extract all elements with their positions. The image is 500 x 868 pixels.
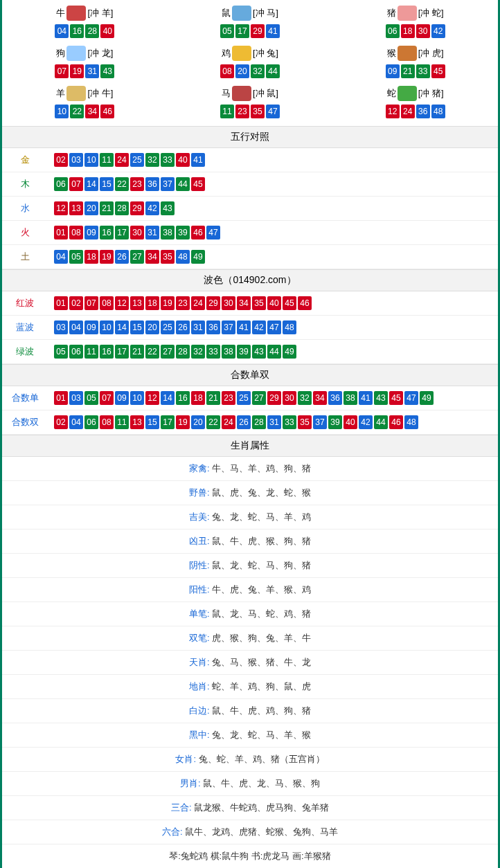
zodiac-name: 马 xyxy=(222,87,231,100)
bottom-line: 琴:兔蛇鸡 棋:鼠牛狗 书:虎龙马 画:羊猴猪 xyxy=(2,844,498,868)
zodiac-clash: [冲 马] xyxy=(253,7,278,19)
zodiac-clash: [冲 龙] xyxy=(87,47,113,60)
zodiac-cell: 鸡[冲 兔]08203244 xyxy=(168,43,333,83)
zodiac-name: 牛 xyxy=(56,7,65,19)
attr-label: 女肖: xyxy=(175,754,198,764)
table-row: 合数双0204060811131517192022242628313335373… xyxy=(2,410,498,435)
number-ball: 46 xyxy=(191,226,205,239)
number-ball: 03 xyxy=(69,153,83,167)
number-ball: 31 xyxy=(85,64,99,78)
zodiac-icon xyxy=(66,6,86,21)
table-row: 火0108091617303138394647 xyxy=(2,221,498,245)
row-numbers: 04051819262734354849 xyxy=(48,245,498,269)
attr-label: 双笔: xyxy=(189,633,212,643)
number-ball: 31 xyxy=(191,320,205,334)
attr-value: 牛、虎、兔、羊、猴、鸡 xyxy=(212,584,311,595)
number-ball: 09 xyxy=(84,320,98,334)
number-ball: 04 xyxy=(69,415,83,429)
table-row: 木06071415222336374445 xyxy=(2,172,498,197)
number-ball: 05 xyxy=(220,24,234,38)
number-ball: 37 xyxy=(313,415,327,429)
row-label: 木 xyxy=(2,172,48,197)
number-ball: 36 xyxy=(145,177,159,191)
number-ball: 26 xyxy=(176,320,190,334)
row-label: 绿波 xyxy=(2,340,48,364)
number-ball: 01 xyxy=(54,226,68,239)
number-ball: 43 xyxy=(161,201,175,215)
number-ball: 06 xyxy=(54,177,68,191)
row-label: 蓝波 xyxy=(2,316,48,340)
number-ball: 06 xyxy=(386,24,400,38)
number-ball: 07 xyxy=(100,391,114,405)
attr-value: 鼠、牛、虎、龙、马、猴、狗 xyxy=(203,778,320,788)
attr-row: 女肖: 兔、蛇、羊、鸡、猪（五宫肖） xyxy=(2,748,498,772)
number-ball: 13 xyxy=(69,201,83,215)
zodiac-icon xyxy=(398,46,417,61)
zodiac-cell: 狗[冲 龙]07193143 xyxy=(2,43,168,83)
attr-label: 家禽: xyxy=(189,463,212,473)
row-label: 合数双 xyxy=(2,410,48,435)
row-label: 红波 xyxy=(2,291,48,316)
number-ball: 20 xyxy=(145,320,159,334)
number-ball: 01 xyxy=(54,391,68,405)
number-ball: 15 xyxy=(100,177,114,191)
zodiac-numbers: 06183042 xyxy=(332,24,498,39)
zodiac-cell: 羊[冲 牛]10223446 xyxy=(2,83,168,123)
number-ball: 32 xyxy=(298,391,312,405)
attr-label: 男肖: xyxy=(180,778,203,788)
number-ball: 21 xyxy=(206,391,220,405)
number-ball: 35 xyxy=(251,105,265,118)
zodiac-clash: [冲 猪] xyxy=(418,87,444,100)
zodiac-cell: 鼠[冲 马]05172941 xyxy=(168,3,333,43)
bose-header: 波色（014902.com） xyxy=(2,269,498,291)
number-ball: 12 xyxy=(145,391,159,405)
number-ball: 17 xyxy=(115,226,129,239)
zodiac-clash: [冲 羊] xyxy=(87,7,113,19)
zodiac-clash: [冲 兔] xyxy=(253,47,278,60)
row-numbers: 05061116172122272832333839434449 xyxy=(48,340,498,364)
row-label: 火 xyxy=(2,221,48,245)
attr-value: 鼠龙猴、牛蛇鸡、虎马狗、兔羊猪 xyxy=(194,802,329,813)
zodiac-icon xyxy=(398,86,417,101)
number-ball: 14 xyxy=(115,320,129,334)
number-ball: 24 xyxy=(191,296,205,310)
number-ball: 35 xyxy=(298,415,312,429)
number-ball: 43 xyxy=(374,391,388,405)
number-ball: 18 xyxy=(401,24,415,38)
number-ball: 19 xyxy=(100,250,114,264)
number-ball: 11 xyxy=(115,415,129,429)
number-ball: 17 xyxy=(235,24,249,38)
attr-label: 三合: xyxy=(171,802,194,813)
wuxing-table: 金02031011242532334041木060714152223363744… xyxy=(2,148,498,269)
number-ball: 21 xyxy=(100,201,114,215)
number-ball: 28 xyxy=(85,24,99,38)
heshu-table: 合数单0103050709101214161821232527293032343… xyxy=(2,386,498,435)
number-ball: 42 xyxy=(359,415,373,429)
zodiac-numbers: 05172941 xyxy=(168,24,333,39)
number-ball: 30 xyxy=(416,24,430,38)
zodiac-name: 羊 xyxy=(56,87,65,100)
number-ball: 33 xyxy=(416,64,430,78)
number-ball: 34 xyxy=(237,296,251,310)
number-ball: 42 xyxy=(431,24,445,38)
number-ball: 19 xyxy=(176,415,190,429)
number-ball: 04 xyxy=(69,320,83,334)
attr-label: 阳性: xyxy=(189,584,212,595)
number-ball: 41 xyxy=(191,153,205,167)
number-ball: 28 xyxy=(176,345,190,359)
number-ball: 44 xyxy=(374,415,388,429)
number-ball: 02 xyxy=(69,296,83,310)
number-ball: 07 xyxy=(55,64,69,78)
number-ball: 41 xyxy=(237,320,251,334)
number-ball: 14 xyxy=(161,391,175,405)
number-ball: 29 xyxy=(130,201,144,215)
number-ball: 35 xyxy=(161,250,175,264)
number-ball: 48 xyxy=(431,105,445,118)
number-ball: 29 xyxy=(251,24,265,38)
row-numbers: 1213202128294243 xyxy=(48,197,498,221)
number-ball: 18 xyxy=(84,250,98,264)
wuxing-header: 五行对照 xyxy=(2,126,498,148)
number-ball: 07 xyxy=(69,177,83,191)
row-label: 金 xyxy=(2,148,48,172)
number-ball: 45 xyxy=(191,177,205,191)
